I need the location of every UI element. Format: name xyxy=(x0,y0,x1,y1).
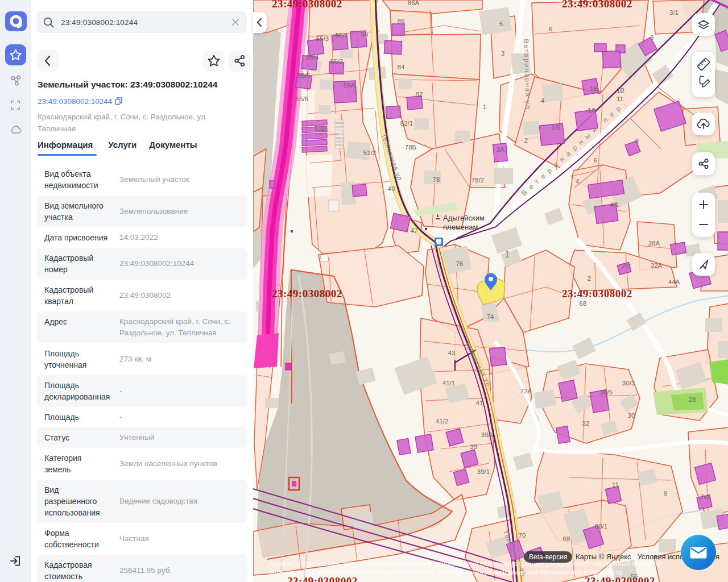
svg-text:6: 6 xyxy=(549,26,552,32)
svg-text:68/1: 68/1 xyxy=(595,523,607,530)
svg-text:86А: 86А xyxy=(408,0,420,6)
svg-text:23:49:0308002: 23:49:0308002 xyxy=(272,288,342,300)
svg-text:28: 28 xyxy=(689,396,696,403)
svg-text:23:49:0308002: 23:49:0308002 xyxy=(562,0,632,10)
svg-text:30/3: 30/3 xyxy=(622,380,635,386)
svg-text:76: 76 xyxy=(456,260,464,267)
svg-text:72А: 72А xyxy=(520,388,532,394)
svg-text:70: 70 xyxy=(519,532,526,539)
svg-text:32: 32 xyxy=(582,420,590,427)
svg-text:86: 86 xyxy=(398,18,405,24)
svg-text:2: 2 xyxy=(524,137,528,144)
svg-text:23:49:0308002: 23:49:0308002 xyxy=(272,0,342,10)
svg-text:55/4: 55/4 xyxy=(306,54,319,61)
svg-text:4/1: 4/1 xyxy=(610,201,619,208)
svg-text:племенам: племенам xyxy=(443,223,478,231)
svg-text:78Б: 78Б xyxy=(405,144,416,151)
svg-text:1/5: 1/5 xyxy=(551,124,560,131)
svg-text:55/5: 55/5 xyxy=(297,72,310,79)
svg-text:49: 49 xyxy=(388,185,395,192)
svg-text:82: 82 xyxy=(416,91,423,98)
svg-text:8: 8 xyxy=(635,138,639,144)
svg-text:3: 3 xyxy=(501,50,504,57)
svg-text:5: 5 xyxy=(499,20,503,27)
svg-text:44А: 44А xyxy=(668,278,680,285)
svg-text:55: 55 xyxy=(361,31,369,38)
svg-text:55/6: 55/6 xyxy=(296,95,308,102)
svg-text:4: 4 xyxy=(576,178,580,185)
svg-text:Адыгейским: Адыгейским xyxy=(443,214,485,222)
svg-text:9: 9 xyxy=(664,490,667,497)
svg-text:78/2: 78/2 xyxy=(471,177,484,184)
svg-text:2: 2 xyxy=(588,275,591,282)
svg-text:55/2: 55/2 xyxy=(330,58,343,65)
svg-text:47: 47 xyxy=(411,227,418,234)
svg-text:41/1: 41/1 xyxy=(442,380,455,386)
svg-text:3: 3 xyxy=(650,34,653,41)
svg-text:23:49:0308002: 23:49:0308002 xyxy=(562,288,632,300)
svg-text:2/2: 2/2 xyxy=(622,263,631,269)
svg-text:30/5: 30/5 xyxy=(600,389,613,396)
svg-text:74: 74 xyxy=(487,313,494,320)
svg-text:7к1: 7к1 xyxy=(700,493,710,500)
svg-text:3/1: 3/1 xyxy=(669,9,679,16)
svg-text:32А: 32А xyxy=(651,262,663,269)
svg-text:39А: 39А xyxy=(481,431,493,438)
svg-text:55/1: 55/1 xyxy=(336,32,348,39)
svg-text:1Б: 1Б xyxy=(590,85,598,92)
svg-text:30: 30 xyxy=(628,412,635,419)
svg-text:68: 68 xyxy=(580,300,587,307)
svg-text:43: 43 xyxy=(448,350,456,356)
svg-text:41/2: 41/2 xyxy=(436,418,448,425)
svg-text:68: 68 xyxy=(563,535,570,542)
svg-text:84: 84 xyxy=(398,64,405,70)
svg-text:82/1: 82/1 xyxy=(400,120,413,127)
svg-text:1А: 1А xyxy=(588,107,595,114)
svg-text:41: 41 xyxy=(476,400,483,406)
svg-text:1: 1 xyxy=(483,103,486,110)
svg-text:2А: 2А xyxy=(497,146,504,153)
svg-text:39/1: 39/1 xyxy=(477,468,490,475)
svg-text:55А: 55А xyxy=(344,82,355,89)
svg-text:39: 39 xyxy=(470,443,478,450)
svg-text:51/2: 51/2 xyxy=(363,149,376,156)
svg-text:1: 1 xyxy=(505,250,510,259)
svg-text:4: 4 xyxy=(541,97,545,104)
svg-text:78: 78 xyxy=(433,176,440,183)
svg-text:11: 11 xyxy=(612,481,619,488)
svg-text:55/3: 55/3 xyxy=(316,35,329,42)
svg-text:28А: 28А xyxy=(648,240,660,247)
svg-text:1В: 1В xyxy=(617,87,624,94)
svg-text:51Б: 51Б xyxy=(315,125,326,132)
svg-text:6: 6 xyxy=(594,157,597,164)
